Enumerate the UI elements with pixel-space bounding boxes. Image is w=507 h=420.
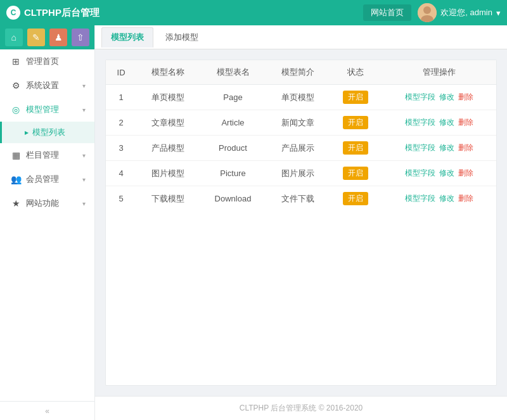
cell-desc: 图片展示 [267, 161, 330, 186]
sidebar-item-settings-label: 系统设置 [26, 80, 77, 91]
sidebar-item-model[interactable]: ◎ 模型管理 ▾ [0, 98, 94, 122]
action-edit[interactable]: 修改 [439, 194, 454, 203]
action-edit[interactable]: 修改 [439, 92, 454, 101]
cell-name: 下载模型 [136, 186, 199, 212]
action-edit[interactable]: 修改 [439, 169, 454, 177]
action-fields[interactable]: 模型字段 [405, 194, 435, 203]
status-badge: 开启 [343, 192, 368, 205]
col-status: 状态 [330, 60, 382, 85]
table-container: ID 模型名称 模型表名 模型简介 状态 管理操作 1单页模型Page单页模型开… [105, 60, 497, 386]
action-delete[interactable]: 删除 [458, 143, 473, 152]
table-row: 2文章模型Article新闻文章开启模型字段修改删除 [106, 110, 496, 136]
sidebar-item-function[interactable]: ★ 网站功能 ▾ [0, 191, 94, 215]
content-area: ID 模型名称 模型表名 模型简介 状态 管理操作 1单页模型Page单页模型开… [95, 49, 507, 396]
logo-icon: C [6, 6, 20, 20]
action-fields[interactable]: 模型字段 [405, 92, 435, 101]
sidebar-item-column[interactable]: ▦ 栏目管理 ▾ [0, 143, 94, 167]
tabs-bar: 模型列表 添加模型 [95, 25, 507, 49]
cell-id: 1 [106, 85, 136, 110]
table-row: 3产品模型Product产品展示开启模型字段修改删除 [106, 136, 496, 161]
sidebar-item-settings[interactable]: ⚙ 系统设置 ▾ [0, 73, 94, 98]
header-user: 欢迎您, admin ▾ [418, 3, 501, 22]
cell-actions: 模型字段修改删除 [382, 161, 496, 186]
action-fields[interactable]: 模型字段 [405, 118, 435, 127]
model-table: ID 模型名称 模型表名 模型简介 状态 管理操作 1单页模型Page单页模型开… [106, 60, 496, 211]
model-icon: ◎ [11, 105, 21, 115]
sidebar-icon-bar: ⌂ ✎ ♟ ⇧ [0, 25, 94, 49]
sidebar-collapse-button[interactable]: « [0, 401, 94, 420]
action-delete[interactable]: 删除 [458, 92, 473, 101]
cell-desc: 新闻文章 [267, 110, 330, 136]
sidebar-icon-share[interactable]: ⇧ [72, 29, 89, 46]
table-header-row: ID 模型名称 模型表名 模型简介 状态 管理操作 [106, 60, 496, 85]
sidebar-item-dashboard[interactable]: ⊞ 管理首页 [0, 49, 94, 73]
sidebar-icon-user[interactable]: ♟ [49, 29, 67, 46]
sidebar-item-dashboard-label: 管理首页 [26, 56, 86, 67]
tab-add-model[interactable]: 添加模型 [156, 27, 208, 48]
cell-table: Download [199, 186, 267, 212]
status-badge: 开启 [343, 116, 368, 129]
sidebar-nav: ⊞ 管理首页 ⚙ 系统设置 ▾ ◎ 模型管理 ▾ 模型列表 ▦ 栏目管理 ▾ [0, 49, 94, 401]
user-chevron-icon: ▾ [496, 8, 501, 18]
svg-point-1 [423, 6, 431, 14]
header-right: 网站首页 欢迎您, admin ▾ [363, 3, 501, 22]
cell-id: 4 [106, 161, 136, 186]
footer: CLTPHP 后台管理系统 © 2016-2020 [95, 396, 507, 420]
cell-actions: 模型字段修改删除 [382, 136, 496, 161]
cell-table: Page [199, 85, 267, 110]
cell-status: 开启 [330, 110, 382, 136]
action-fields[interactable]: 模型字段 [405, 143, 435, 152]
sidebar-item-model-list[interactable]: 模型列表 [0, 122, 94, 143]
column-icon: ▦ [11, 150, 21, 160]
logo-text: CLTPHP后台管理 [24, 7, 99, 19]
chevron-down-icon: ▾ [82, 82, 86, 89]
sidebar: ⌂ ✎ ♟ ⇧ ⊞ 管理首页 ⚙ 系统设置 ▾ ◎ 模型管理 ▾ 模型列表 [0, 25, 95, 420]
footer-text: CLTPHP 后台管理系统 © 2016-2020 [240, 404, 363, 412]
cell-name: 单页模型 [136, 85, 199, 110]
cell-status: 开启 [330, 136, 382, 161]
table-row: 5下载模型Download文件下载开启模型字段修改删除 [106, 186, 496, 212]
sidebar-item-model-list-label: 模型列表 [32, 127, 65, 138]
col-name: 模型名称 [136, 60, 199, 85]
sidebar-item-function-label: 网站功能 [26, 198, 77, 209]
status-badge: 开启 [343, 141, 368, 155]
avatar [418, 3, 437, 22]
cell-table: Picture [199, 161, 267, 186]
cell-desc: 单页模型 [267, 85, 330, 110]
sidebar-icon-home[interactable]: ⌂ [5, 29, 23, 46]
cell-actions: 模型字段修改删除 [382, 110, 496, 136]
collapse-icon: « [45, 407, 49, 416]
member-icon: 👥 [11, 174, 21, 184]
cell-desc: 产品展示 [267, 136, 330, 161]
table-row: 1单页模型Page单页模型开启模型字段修改删除 [106, 85, 496, 110]
cell-table: Product [199, 136, 267, 161]
chevron-down-icon-model: ▾ [82, 106, 86, 113]
cell-id: 3 [106, 136, 136, 161]
table-body: 1单页模型Page单页模型开启模型字段修改删除2文章模型Article新闻文章开… [106, 85, 496, 212]
status-badge: 开启 [343, 91, 368, 104]
username-label: 欢迎您, admin [440, 7, 492, 18]
action-delete[interactable]: 删除 [458, 169, 473, 177]
action-fields[interactable]: 模型字段 [405, 169, 435, 177]
main-content: 模型列表 添加模型 ID 模型名称 模型表名 模型简介 状态 管理操作 [95, 25, 507, 420]
action-delete[interactable]: 删除 [458, 118, 473, 127]
tab-model-list[interactable]: 模型列表 [101, 27, 153, 48]
action-edit[interactable]: 修改 [439, 143, 454, 152]
action-delete[interactable]: 删除 [458, 194, 473, 203]
cell-actions: 模型字段修改删除 [382, 85, 496, 110]
dashboard-icon: ⊞ [11, 56, 21, 67]
layout: ⌂ ✎ ♟ ⇧ ⊞ 管理首页 ⚙ 系统设置 ▾ ◎ 模型管理 ▾ 模型列表 [0, 25, 507, 420]
sidebar-item-model-label: 模型管理 [26, 104, 77, 115]
chevron-down-icon-column: ▾ [82, 152, 86, 159]
sidebar-icon-edit[interactable]: ✎ [27, 29, 45, 46]
cell-id: 5 [106, 186, 136, 212]
table-row: 4图片模型Picture图片展示开启模型字段修改删除 [106, 161, 496, 186]
sidebar-item-member[interactable]: 👥 会员管理 ▾ [0, 167, 94, 191]
cell-status: 开启 [330, 161, 382, 186]
cell-name: 产品模型 [136, 136, 199, 161]
action-edit[interactable]: 修改 [439, 118, 454, 127]
header: C CLTPHP后台管理 网站首页 欢迎您, admin ▾ [0, 0, 507, 25]
cell-desc: 文件下载 [267, 186, 330, 212]
home-button[interactable]: 网站首页 [363, 4, 411, 21]
col-desc: 模型简介 [267, 60, 330, 85]
